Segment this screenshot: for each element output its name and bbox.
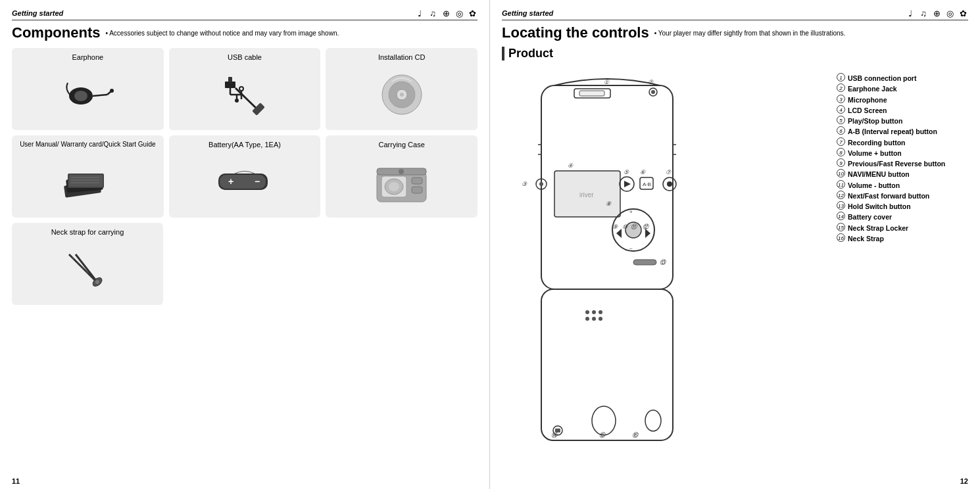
svg-text:A·B: A·B [643,181,651,187]
control-item-6: 6 A-B (Interval repeat) button [837,126,968,137]
battery-icon: + − [215,151,274,212]
svg-rect-94 [555,429,560,432]
earphone-label: Earphone [72,53,103,61]
device-diagram: ① ② ③ iriver ④ ⑤ [502,66,725,454]
svg-rect-14 [252,103,265,116]
svg-line-13 [235,88,258,110]
svg-text:−: − [255,176,260,187]
svg-rect-48 [579,91,604,96]
control-item-12: 12 Next/Fast forward button [837,191,968,201]
svg-marker-73 [645,229,650,238]
cd-icon [379,64,425,125]
control-item-3: 3 Microphone [837,95,968,105]
svg-rect-81 [541,289,673,440]
usb-label: USB cable [228,53,262,61]
controls-list: 1 USB connection port 2 Earphone Jack 3 … [837,73,968,244]
control-item-2: 2 Earphone Jack [837,83,968,94]
svg-point-86 [592,317,596,321]
carrying-case-icon [374,151,429,212]
svg-marker-60 [624,181,631,187]
svg-point-4 [110,89,114,93]
battery-label: Battery(AA Type, 1EA) [208,141,281,149]
svg-text:–: – [629,245,633,251]
page-number-left: 11 [12,477,20,485]
component-carrying-case: Carrying Case [326,135,478,218]
svg-point-83 [592,310,596,314]
svg-text:iriver: iriver [579,191,594,198]
svg-point-11 [239,87,243,91]
svg-point-85 [585,317,589,321]
circle-icon-r: ◎ [944,8,955,18]
headphone-icon: ♫ [428,8,438,18]
neck-strap-icon [59,239,115,300]
circle-icon: ◎ [454,8,464,18]
components-title: Components • Accessories subject to chan… [12,24,478,41]
svg-text:⑨: ⑨ [612,223,618,230]
locating-title-text: Locating the controls [502,24,649,41]
product-section: Product ① ② [502,47,968,456]
svg-text:⑦: ⑦ [666,169,672,175]
svg-rect-79 [633,260,656,265]
svg-text:④: ④ [568,162,574,169]
svg-marker-72 [616,229,622,238]
control-item-11: 11 Volume - button [837,180,968,191]
control-item-4: 4 LCD Screen [837,105,968,116]
page-number-right: 12 [960,477,968,485]
control-item-5: 5 Play/Stop button [837,116,968,126]
svg-text:+: + [629,209,633,215]
component-earphone: Earphone [12,48,164,130]
component-neck-strap: Neck strap for carrying [12,223,163,305]
svg-point-66 [667,181,672,187]
left-page-header: Getting started ♩ ♫ ⊕ ◎ ✿ [12,8,478,20]
manual-label: User Manual/ Warranty card/Quick Start G… [20,141,155,148]
components-subtitle: • Accessories subject to change without … [105,30,339,37]
control-item-10: 10 NAVI/MENU button [837,169,968,179]
svg-point-1 [74,91,87,101]
svg-text:⑪: ⑪ [631,223,637,230]
svg-rect-5 [225,82,235,88]
svg-rect-22 [69,175,103,187]
components-title-text: Components [12,24,100,41]
svg-text:⑤: ⑤ [624,169,629,175]
headphone-icon-r: ♫ [918,8,929,18]
music-icon: ♩ [414,8,425,18]
product-label: Product [502,47,829,60]
usb-icon [218,64,271,125]
svg-rect-37 [412,187,422,193]
settings-icon-r: ⊕ [931,8,942,18]
svg-point-51 [651,90,655,94]
control-item-7: 7 Recording button [837,137,968,148]
svg-rect-36 [412,177,422,184]
music-icon-r: ♩ [905,8,916,18]
control-item-13: 13 Hold Switch button [837,201,968,212]
svg-text:⑥: ⑥ [640,169,646,175]
right-page: Getting started ♩ ♫ ⊕ ◎ ✿ Locating the c… [490,0,980,489]
left-header-icons: ♩ ♫ ⊕ ◎ ✿ [414,8,478,18]
product-diagram-area: Product ① ② [502,47,829,456]
component-battery: Battery(AA Type, 1EA) + − [169,135,321,218]
locating-title: Locating the controls • Your player may … [502,24,968,41]
svg-text:⑬: ⑬ [660,259,666,266]
svg-text:⑯: ⑯ [632,432,639,438]
component-usb: USB cable [169,48,321,130]
svg-rect-6 [228,77,232,82]
components-grid: Earphone USB cable [12,48,478,218]
component-cd: Installation CD [326,48,478,130]
svg-text:+: + [228,176,233,187]
earphone-icon [58,64,117,125]
cd-label: Installation CD [378,53,426,61]
svg-point-82 [585,310,589,314]
carrying-case-label: Carrying Case [379,141,425,149]
left-page: Getting started ♩ ♫ ⊕ ◎ ✿ Components • A… [0,0,490,489]
gear-icon: ✿ [467,8,478,18]
manual-icon [61,151,114,212]
settings-icon: ⊕ [441,8,451,18]
svg-point-92 [645,410,661,431]
svg-line-2 [93,95,107,96]
svg-point-35 [399,169,404,174]
svg-point-18 [400,93,404,97]
control-item-8: 8 Volume + button [837,148,968,158]
svg-point-84 [599,310,602,314]
control-item-16: 16 Neck Strap [837,233,968,244]
component-manual: User Manual/ Warranty card/Quick Start G… [12,135,164,218]
